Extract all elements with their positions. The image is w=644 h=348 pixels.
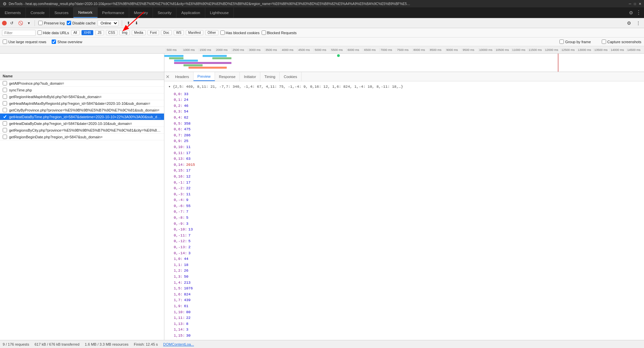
json-value: 5 — [186, 215, 189, 221]
doc-filter-btn[interactable]: Doc — [161, 30, 172, 35]
tab-performance[interactable]: Performance — [98, 7, 129, 18]
preserve-log-label[interactable]: Preserve log — [38, 21, 65, 25]
filter-input[interactable] — [2, 30, 36, 36]
show-overview-checkbox[interactable] — [52, 40, 56, 44]
js-filter-btn[interactable]: JS — [95, 30, 104, 35]
list-item[interactable]: getHeatDataByTime.php?region_id=5847&dat… — [0, 114, 164, 120]
preview-tab-timing[interactable]: Timing — [260, 72, 280, 81]
more-icon[interactable]: ⋮ — [636, 9, 641, 16]
preview-tab-cookies[interactable]: Cookies — [280, 72, 302, 81]
time-marker: 10500 ms — [495, 48, 511, 52]
list-item[interactable]: getAllProvince.php?sub_domain= — [0, 80, 164, 87]
manifest-filter-btn[interactable]: Manifest — [186, 30, 203, 35]
toolbar: ↺ 🚫 ▾ Preserve log Disable cache Online … — [0, 18, 644, 28]
capture-screenshots-label[interactable]: Capture screenshots — [602, 40, 642, 44]
request-checkbox[interactable] — [3, 135, 7, 139]
filter-toggle[interactable]: ▾ — [26, 20, 31, 26]
blocked-cookies-label[interactable]: Has blocked cookies — [220, 30, 260, 35]
throttle-select[interactable]: Online — [98, 20, 118, 26]
list-item[interactable]: getHeatDataByDate.php?region_id=5847&dat… — [0, 120, 164, 127]
capture-screenshots-checkbox[interactable] — [602, 40, 606, 44]
css-filter-btn[interactable]: CSS — [106, 30, 118, 35]
preview-panel: ✕ Headers Preview Response Initiator Tim… — [164, 72, 644, 340]
time-marker: 5500 ms — [330, 48, 346, 52]
show-overview-label[interactable]: Show overview — [52, 40, 82, 44]
request-checkbox[interactable] — [3, 108, 7, 112]
img-filter-btn[interactable]: Img — [119, 30, 130, 35]
waterfall-bar — [169, 57, 183, 59]
json-value: 7 — [186, 209, 189, 215]
tab-lighthouse[interactable]: Lighthouse — [205, 7, 234, 18]
ws-filter-btn[interactable]: WS — [174, 30, 184, 35]
tab-memory[interactable]: Memory — [129, 7, 153, 18]
font-filter-btn[interactable]: Font — [148, 30, 159, 35]
disable-cache-label[interactable]: Disable cache — [67, 21, 96, 25]
media-filter-btn[interactable]: Media — [132, 30, 146, 35]
tab-network[interactable]: Network — [73, 7, 97, 18]
json-key: 0,-7: — [174, 209, 185, 215]
list-item[interactable]: getHeatMapInitMaxByRegionId.php?region_i… — [0, 100, 164, 107]
preview-summary: ▾ {2,5: 469, 8,11: 21, -7,7: 340, -1,4: … — [168, 84, 640, 90]
clear-button[interactable]: 🚫 — [17, 20, 24, 26]
list-item[interactable]: getRegionBeginDate.php?region_id=5847&su… — [0, 134, 164, 140]
xhr-filter-btn[interactable]: XHR — [82, 30, 93, 35]
preview-entry: 0,-14: 3 — [168, 251, 640, 257]
preserve-log-checkbox[interactable] — [38, 21, 43, 25]
blocked-requests-label[interactable]: Blocked Requests — [262, 30, 297, 35]
record-button[interactable] — [2, 21, 7, 25]
tab-console[interactable]: Console — [26, 7, 50, 18]
all-filter-btn[interactable]: All — [71, 30, 79, 35]
blocked-requests-checkbox[interactable] — [262, 30, 266, 35]
json-key: 0,6: — [174, 127, 182, 133]
close-btn[interactable]: ✕ — [639, 2, 641, 6]
json-key: 0,-12: — [174, 238, 187, 245]
list-item[interactable]: getCityByProvince.php?province=%E5%9B%9B… — [0, 107, 164, 114]
waterfall-red-line — [558, 54, 558, 72]
blocked-cookies-checkbox[interactable] — [220, 30, 225, 35]
show-overview-text: Show overview — [57, 40, 82, 44]
large-rows-label[interactable]: Use large request rows — [3, 40, 46, 44]
disable-cache-checkbox[interactable] — [67, 21, 71, 25]
export-button[interactable]: ⬇ — [133, 20, 140, 26]
settings-gear[interactable]: ⚙ — [626, 20, 633, 26]
large-rows-checkbox[interactable] — [3, 40, 7, 44]
list-item[interactable]: syncTime.php — [0, 87, 164, 93]
tab-application[interactable]: Application — [176, 7, 205, 18]
maximize-btn[interactable]: □ — [634, 2, 636, 6]
request-checkbox[interactable] — [3, 121, 7, 126]
request-checkbox[interactable] — [3, 81, 7, 85]
list-item[interactable]: getRegionsByCity.php?province=%E5%9B%9B%… — [0, 127, 164, 134]
tab-sources[interactable]: Sources — [50, 7, 73, 18]
request-checkbox[interactable] — [3, 115, 7, 119]
tab-elements[interactable]: Elements — [0, 7, 26, 18]
dom-content-link[interactable]: DOMContentLoa... — [163, 342, 194, 346]
group-by-frame-checkbox[interactable] — [559, 40, 564, 44]
settings-icon[interactable]: ⚙ — [629, 10, 633, 15]
preview-entry: 0,-4: 9 — [168, 197, 640, 203]
list-item[interactable]: getRegionHeatMapInfoById.php?id=5847&sub… — [0, 93, 164, 100]
refresh-button[interactable]: ↺ — [9, 20, 15, 26]
preview-entry: 0,-7: 7 — [168, 209, 640, 215]
json-key: 1,0: — [174, 256, 182, 262]
import-button[interactable]: ⬆ — [125, 20, 131, 26]
more-settings[interactable]: ⋮ — [635, 20, 642, 26]
request-checkbox[interactable] — [3, 101, 7, 106]
preview-tab-headers[interactable]: Headers — [171, 72, 194, 81]
group-by-frame-label[interactable]: Group by frame — [559, 40, 591, 44]
minimize-btn[interactable]: ─ — [629, 2, 631, 6]
time-marker: 500 ms — [166, 48, 182, 52]
preview-tab-response[interactable]: Response — [215, 72, 240, 81]
hide-data-urls-label[interactable]: Hide data URLs — [38, 30, 69, 35]
preview-tab-preview[interactable]: Preview — [194, 72, 215, 81]
preview-entry: 1,7: 439 — [168, 297, 640, 303]
other-filter-btn[interactable]: Other — [205, 30, 218, 35]
preview-tab-initiator[interactable]: Initiator — [240, 72, 260, 81]
request-name: getHeatDataByDate.php?region_id=5847&dat… — [9, 122, 161, 126]
request-checkbox[interactable] — [3, 94, 7, 99]
tab-security[interactable]: Security — [153, 7, 177, 18]
request-checkbox[interactable] — [3, 128, 7, 132]
preview-close-btn[interactable]: ✕ — [164, 72, 171, 81]
preview-entry: 1,13: 8 — [168, 321, 640, 327]
hide-data-urls-checkbox[interactable] — [38, 30, 42, 35]
request-checkbox[interactable] — [3, 88, 7, 92]
